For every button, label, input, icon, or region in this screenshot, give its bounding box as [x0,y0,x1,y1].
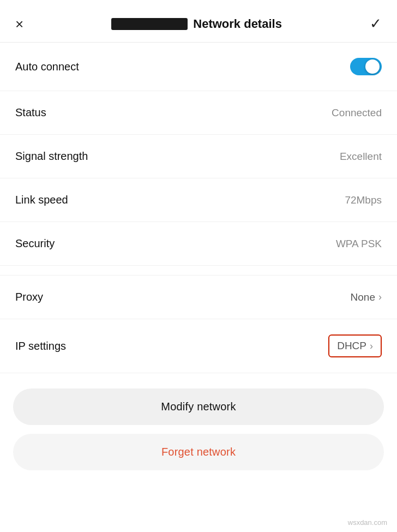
ip-settings-label: IP settings [15,340,66,352]
proxy-label: Proxy [15,291,43,303]
auto-connect-label: Auto connect [15,61,79,73]
security-value: WPA PSK [336,238,382,250]
proxy-value[interactable]: None › [351,291,382,303]
proxy-value-text: None [351,291,375,303]
signal-strength-value: Excellent [340,151,382,163]
toggle-thumb [365,59,380,74]
auto-connect-row: Auto connect [0,43,397,91]
auto-connect-toggle[interactable] [350,58,382,75]
ip-settings-value-box[interactable]: DHCP › [328,334,382,357]
ssid-redacted [111,18,188,30]
modify-network-button[interactable]: Modify network [13,388,384,425]
link-speed-label: Link speed [15,194,68,206]
security-label: Security [15,237,55,250]
forget-network-button[interactable]: Forget network [13,434,384,470]
status-row: Status Connected [0,91,397,135]
page-title: Network details [193,17,282,31]
ip-settings-row[interactable]: IP settings DHCP › [0,319,397,373]
proxy-row[interactable]: Proxy None › [0,276,397,319]
confirm-button[interactable]: ✓ [370,15,382,32]
close-button[interactable]: × [15,17,23,31]
status-value: Connected [332,107,382,119]
ip-settings-chevron-icon: › [370,340,373,352]
header: × Network details ✓ [0,0,397,43]
toggle-track [350,58,382,75]
link-speed-value: 72Mbps [345,194,382,206]
status-label: Status [15,106,46,119]
watermark: wsxdan.com [348,518,387,527]
ip-settings-value-text: DHCP [337,340,366,352]
security-row: Security WPA PSK [0,222,397,266]
signal-strength-row: Signal strength Excellent [0,135,397,178]
signal-strength-label: Signal strength [15,150,88,163]
proxy-chevron-icon: › [378,291,382,303]
buttons-section: Modify network Forget network [0,373,397,470]
link-speed-row: Link speed 72Mbps [0,178,397,222]
header-title-group: Network details [111,17,282,31]
phone-container: × Network details ✓ Auto connect Status … [0,0,397,532]
